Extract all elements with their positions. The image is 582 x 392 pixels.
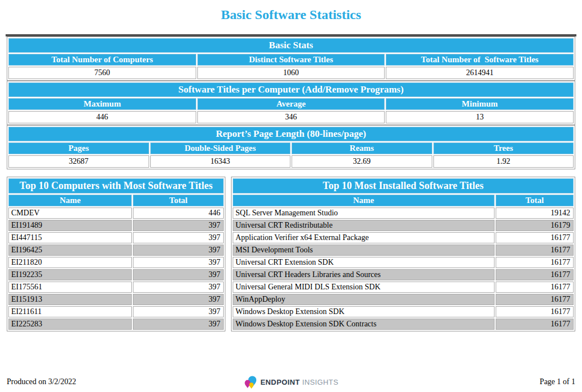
row-total: 397 xyxy=(133,232,224,243)
row-total: 16177 xyxy=(496,319,574,330)
table-row: Universal CRT Redistributable16179 xyxy=(233,220,574,231)
value-maximum: 446 xyxy=(8,111,196,123)
row-name: EI175561 xyxy=(8,282,132,293)
top-10-section: Top 10 Computers with Most Software Titl… xyxy=(7,177,575,331)
value-total-computers: 7560 xyxy=(8,67,196,79)
value-average: 346 xyxy=(197,111,385,123)
row-total: 446 xyxy=(133,207,224,219)
row-name: EI211611 xyxy=(8,306,132,317)
basic-stats-title: Basic Stats xyxy=(8,38,574,53)
row-total: 397 xyxy=(133,220,224,231)
table-row: EI447115397 xyxy=(8,232,224,243)
row-total: 16177 xyxy=(496,257,574,268)
table-row: EI196425397 xyxy=(8,245,224,256)
row-total: 16177 xyxy=(496,269,574,280)
page-length-title: Report’s Page Length (80-lines/page) xyxy=(8,127,574,141)
row-name: EI151913 xyxy=(8,294,132,305)
table-row: Universal CRT Headers Libraries and Sour… xyxy=(233,269,574,280)
table-row: SQL Server Management Studio19142 xyxy=(233,207,574,219)
column-header-pages: Pages xyxy=(8,142,149,154)
row-total: 16179 xyxy=(496,220,574,231)
table-row: Windows Desktop Extension SDK Contracts1… xyxy=(233,319,574,330)
column-header-distinct-titles: Distinct Software Titles xyxy=(197,54,385,66)
row-name: SQL Server Management Studio xyxy=(233,207,495,219)
row-total: 16177 xyxy=(496,282,574,293)
column-header-double-sided: Double-Sided Pages xyxy=(150,142,291,154)
row-total: 397 xyxy=(133,306,224,317)
table-row: EI225283397 xyxy=(8,319,224,330)
row-name: EI192235 xyxy=(8,269,132,280)
table-row: EI211611397 xyxy=(8,306,224,317)
row-total: 397 xyxy=(133,282,224,293)
row-total: 16177 xyxy=(496,306,574,317)
table-row: Windows Desktop Extension SDK16177 xyxy=(233,306,574,317)
table-row: CMDEV446 xyxy=(8,207,224,219)
row-name: Universal CRT Redistributable xyxy=(233,220,495,231)
page-title: Basic Software Statistics xyxy=(0,7,582,22)
column-header-reams: Reams xyxy=(292,142,432,154)
column-header-name: Name xyxy=(233,195,495,206)
table-row: EI191489397 xyxy=(8,220,224,231)
page-length-table: Report’s Page Length (80-lines/page) Pag… xyxy=(7,125,575,169)
row-total: 397 xyxy=(133,319,224,330)
value-minimum: 13 xyxy=(386,111,574,123)
value-distinct-titles: 1060 xyxy=(197,67,385,79)
value-reams: 32.69 xyxy=(292,155,432,168)
table-row: WinAppDeploy16177 xyxy=(233,294,574,305)
table-row: EI175561397 xyxy=(8,282,224,293)
row-total: 19142 xyxy=(496,207,574,219)
titles-per-computer-table: Software Titles per Computer (Add/Remove… xyxy=(7,81,575,125)
row-total: 397 xyxy=(133,257,224,268)
row-name: CMDEV xyxy=(8,207,132,219)
column-header-maximum: Maximum xyxy=(8,98,196,110)
row-name: Universal CRT Headers Libraries and Sour… xyxy=(233,269,495,280)
endpoint-insights-logo: ENDPOINTINSIGHTS xyxy=(244,376,339,389)
produced-date: Produced on 3/2/2022 xyxy=(7,377,130,386)
row-name: Universal General MIDI DLS Extension SDK xyxy=(233,282,495,293)
top-computers-body: CMDEV446EI191489397EI447115397EI19642539… xyxy=(8,207,224,330)
basic-stats-table: Basic Stats Total Number of Computers Di… xyxy=(7,36,575,81)
row-name: Universal CRT Extension SDK xyxy=(233,257,495,268)
column-header-total: Total xyxy=(133,195,224,206)
row-total: 397 xyxy=(133,294,224,305)
column-header-name: Name xyxy=(8,195,132,206)
column-header-trees: Trees xyxy=(433,142,574,154)
row-name: EI196425 xyxy=(8,245,132,256)
page-number: Page 1 of 1 xyxy=(452,377,575,386)
row-name: WinAppDeploy xyxy=(233,294,495,305)
row-total: 16177 xyxy=(496,232,574,243)
row-name: EI225283 xyxy=(8,319,132,330)
value-trees: 1.92 xyxy=(433,155,574,168)
row-total: 397 xyxy=(133,245,224,256)
top-software-title: Top 10 Most Installed Software Titles xyxy=(233,178,574,193)
table-row: EI211820397 xyxy=(8,257,224,268)
row-total: 397 xyxy=(133,269,224,280)
column-header-total: Total xyxy=(496,195,574,206)
row-name: Windows Desktop Extension SDK xyxy=(233,306,495,317)
row-name: EI447115 xyxy=(8,232,132,243)
table-row: MSI Development Tools16177 xyxy=(233,245,574,256)
titles-per-computer-title: Software Titles per Computer (Add/Remove… xyxy=(8,82,574,97)
table-row: EI151913397 xyxy=(8,294,224,305)
row-name: EI191489 xyxy=(8,220,132,231)
table-row: Universal General MIDI DLS Extension SDK… xyxy=(233,282,574,293)
map-pins-icon xyxy=(244,376,258,389)
column-header-minimum: Minimum xyxy=(386,98,574,110)
page-footer: Produced on 3/2/2022 ENDPOINTINSIGHTS Pa… xyxy=(7,375,575,389)
top-computers-table: Top 10 Computers with Most Software Titl… xyxy=(7,177,225,331)
top-software-body: SQL Server Management Studio19142Univers… xyxy=(233,207,574,330)
row-name: MSI Development Tools xyxy=(233,245,495,256)
logo-text-endpoint: ENDPOINT xyxy=(261,378,300,386)
column-header-average: Average xyxy=(197,98,385,110)
column-header-total-titles: Total Number of Software Titles xyxy=(386,54,574,66)
column-header-total-computers: Total Number of Computers xyxy=(8,54,196,66)
value-pages: 32687 xyxy=(8,155,149,168)
logo-text-insights: INSIGHTS xyxy=(302,378,339,386)
table-row: Universal CRT Extension SDK16177 xyxy=(233,257,574,268)
table-row: EI192235397 xyxy=(8,269,224,280)
row-name: Windows Desktop Extension SDK Contracts xyxy=(233,319,495,330)
report-page: Basic Software Statistics Basic Stats To… xyxy=(0,0,582,392)
row-name: Application Verifier x64 External Packag… xyxy=(233,232,495,243)
logo-wordmark: ENDPOINTINSIGHTS xyxy=(261,378,339,386)
value-total-titles: 2614941 xyxy=(386,67,574,79)
